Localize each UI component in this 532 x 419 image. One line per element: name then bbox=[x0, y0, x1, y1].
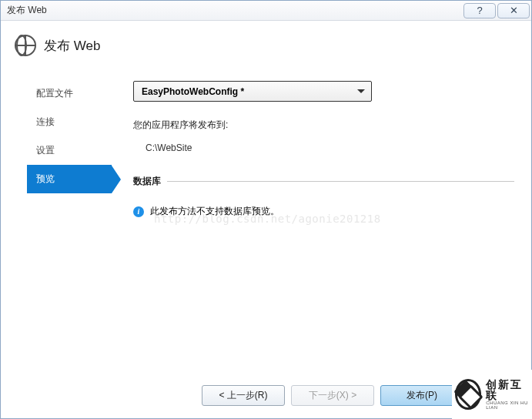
profile-dropdown-value: EasyPhotoWebConfig * bbox=[142, 86, 244, 97]
info-icon: i bbox=[133, 206, 144, 217]
wizard-sidebar: 配置文件 连接 设置 预览 bbox=[27, 79, 112, 376]
next-button: 下一步(X) > bbox=[291, 385, 374, 406]
main-panel: EasyPhotoWebConfig * 您的应用程序将发布到: C:\WebS… bbox=[133, 79, 514, 376]
sidebar-item-profile[interactable]: 配置文件 bbox=[27, 79, 112, 108]
close-button[interactable]: ✕ bbox=[497, 3, 530, 18]
publish-target-label: 您的应用程序将发布到: bbox=[133, 119, 514, 132]
help-button[interactable]: ? bbox=[463, 3, 496, 18]
divider bbox=[167, 181, 514, 182]
brand-logo-icon bbox=[455, 379, 481, 410]
titlebar: 发布 Web ? ✕ bbox=[1, 1, 531, 21]
prev-button[interactable]: < 上一步(R) bbox=[202, 385, 285, 406]
sidebar-item-connection[interactable]: 连接 bbox=[27, 108, 112, 136]
help-icon: ? bbox=[477, 5, 482, 16]
brand-name-cn: 创新互联 bbox=[486, 379, 532, 401]
publish-web-dialog: 发布 Web ? ✕ 发布 Web 配置文件 连接 设置 预览 EasyPhot… bbox=[0, 0, 532, 419]
sidebar-item-preview[interactable]: 预览 bbox=[27, 165, 112, 193]
dialog-title: 发布 Web bbox=[44, 37, 100, 55]
profile-dropdown[interactable]: EasyPhotoWebConfig * bbox=[133, 81, 372, 102]
close-icon: ✕ bbox=[510, 5, 518, 16]
publish-target-value: C:\WebSite bbox=[133, 142, 514, 153]
dialog-header: 发布 Web bbox=[1, 21, 531, 65]
brand-overlay: 创新互联 CHUANG XIN HU LIAN bbox=[452, 370, 532, 419]
database-section-header: 数据库 bbox=[133, 175, 514, 188]
database-info-text: 此发布方法不支持数据库预览。 bbox=[150, 205, 279, 218]
chevron-down-icon bbox=[357, 89, 365, 93]
database-info-row: i 此发布方法不支持数据库预览。 bbox=[133, 205, 514, 218]
brand-name-en: CHUANG XIN HU LIAN bbox=[486, 401, 532, 410]
database-section-title: 数据库 bbox=[133, 175, 161, 188]
publish-button[interactable]: 发布(P) bbox=[380, 385, 463, 406]
window-title: 发布 Web bbox=[7, 4, 47, 17]
globe-icon bbox=[15, 35, 36, 56]
sidebar-item-settings[interactable]: 设置 bbox=[27, 136, 112, 165]
